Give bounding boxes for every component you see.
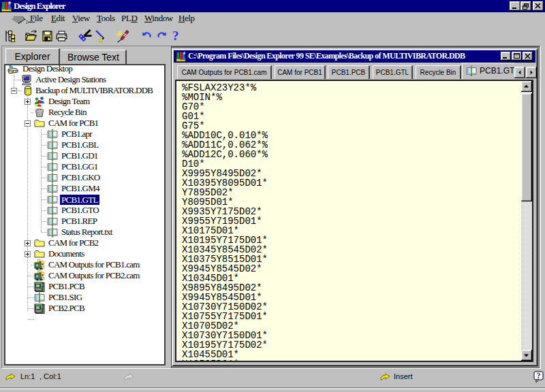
svg-text:?: ? — [537, 371, 541, 380]
